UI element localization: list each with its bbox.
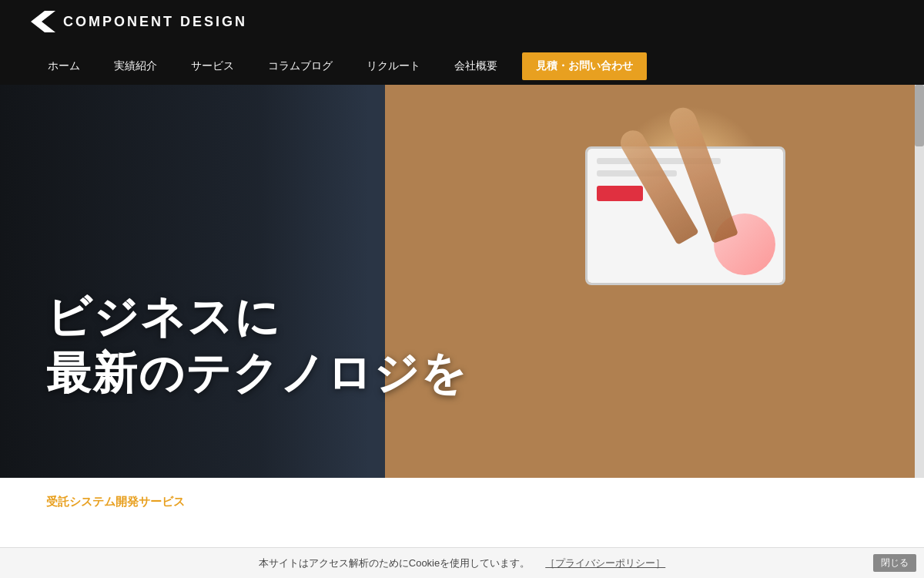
nav-item-about[interactable]: 会社概要 [437,48,514,85]
hero-text-block: ビジネスに 最新のテクノロジを [46,289,467,401]
hero-overlay [0,85,370,478]
nav-item-services[interactable]: サービス [174,48,251,85]
hero-fingers [531,85,801,347]
scrollbar-thumb[interactable] [915,85,924,146]
svg-marker-0 [31,11,55,32]
scrollbar[interactable] [915,85,924,478]
hero-background-image [385,85,924,478]
hero-headline: ビジネスに 最新のテクノロジを [46,289,467,401]
cookie-policy-link[interactable]: ［プライバシーポリシー］ [545,556,665,570]
logo-row: COMPONENT DESIGN [31,0,893,32]
cookie-message: 本サイトはアクセス解析のためにCookieを使用しています。 [259,556,530,570]
nav-item-works[interactable]: 実績紹介 [97,48,174,85]
nav-item-recruit[interactable]: リクルート [350,48,437,85]
service-link[interactable]: 受託システム開発サービス [46,495,185,509]
nav-item-blog[interactable]: コラムブログ [251,48,350,85]
logo-icon [31,11,55,32]
nav-cta-button[interactable]: 見積・お問い合わせ [522,52,647,80]
logo-text: COMPONENT DESIGN [63,14,247,30]
cookie-close-button[interactable]: 閉じる [873,554,916,572]
hero-section: ビジネスに 最新のテクノロジを [0,85,924,478]
cookie-banner: 本サイトはアクセス解析のためにCookieを使用しています。 ［プライバシーポリ… [0,547,924,578]
header: COMPONENT DESIGN ホーム 実績紹介 サービス コラムブログ リク… [0,0,924,85]
nav-item-home[interactable]: ホーム [31,48,97,85]
main-nav: ホーム 実績紹介 サービス コラムブログ リクルート 会社概要 見積・お問い合わ… [31,48,893,85]
